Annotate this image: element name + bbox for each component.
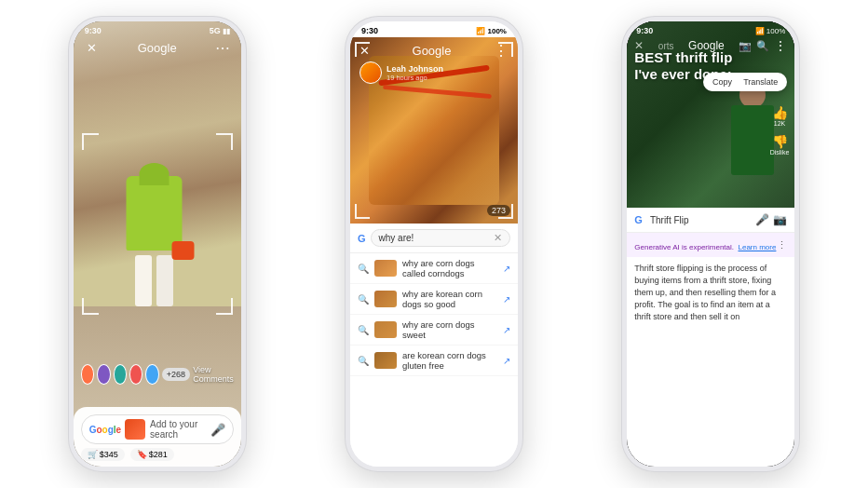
google-search-bar[interactable]: Google Add to your search 🎤 [81,414,234,444]
phone-3-status-bar: 9:30 📶 100% [627,26,794,35]
phone-3-content: 9:30 📶 100% ✕ orts Google 📷 🔍 [627,21,794,467]
phone-1-more-button[interactable]: ⋯ [213,38,232,57]
phone-1-time: 9:30 [85,26,102,35]
user-bar: Leah Johnson 19 hours ago [350,56,518,86]
add-search-text: Add to your search [150,419,210,440]
like-icon: 👍 [772,105,788,120]
dislike-icon: 👎 [772,134,788,149]
fashion-photo [74,21,241,306]
phone-1-network: 5G [210,26,221,35]
phone-1-battery: ▮▮ [223,27,230,35]
phone-3-battery: 100% [766,27,785,35]
phone-2: 9:30 📶 100% [345,16,523,472]
result-search-icon-4: 🔍 [358,356,369,366]
ai-results-panel: G Thrift Flip 🎤 📷 Generative AI is exper… [627,208,794,467]
phone-1-bottom-panel: Google Add to your search 🎤 🛒 $345 [74,407,241,467]
ketchup-2 [383,85,492,99]
avatar-1 [81,364,94,385]
copy-button[interactable]: Copy [709,75,736,88]
ai-camera-icon[interactable]: 📷 [773,213,787,226]
dislike-action[interactable]: 👎 Dislike [770,134,790,156]
generative-more-icon[interactable]: ⋮ [777,239,787,251]
scan-corner-tr [216,133,233,150]
result-arrow-1: ↗ [503,264,510,274]
phone-2-time: 9:30 [361,26,378,35]
phone-3-screen: 9:30 📶 100% ✕ orts Google 📷 🔍 [627,21,794,467]
price-row: 🛒 $345 🔖 $281 [81,448,234,461]
search-input-box[interactable]: why are! ✕ [371,229,510,247]
like-count: 12K [774,120,785,127]
translate-button[interactable]: Translate [739,75,781,88]
ai-mic-icon[interactable]: 🎤 [755,213,769,226]
tiktok-google-logo: Google [688,39,725,52]
view-comments-text[interactable]: View Comments [193,365,234,384]
search-query-text: why are! [379,233,494,243]
orange-bag [171,241,194,260]
hoodie-hood [139,163,169,185]
phone-1-status-right: 5G ▮▮ [210,26,230,35]
phone-1-close-button[interactable]: ✕ [83,38,102,57]
person-legs [135,255,173,306]
avatar-3 [114,364,127,385]
phone-1-content: 9:30 5G ▮▮ ✕ Google ⋯ [74,21,241,467]
result-search-icon-2: 🔍 [358,294,369,305]
main-scene: 9:30 5G ▮▮ ✕ Google ⋯ [0,0,868,488]
tiktok-close-btn[interactable]: ✕ [634,39,644,52]
phone-2-wifi-icon: 📶 [476,27,485,35]
result-arrow-4: ↗ [503,356,510,366]
phone-1-google-logo: Google [138,40,177,55]
camera-icon[interactable]: 📷 [739,40,752,52]
mic-icon[interactable]: 🎤 [210,423,225,437]
search-g-logo: G [358,233,366,244]
ai-result-text: Thrift store flipping is the process of … [627,257,794,329]
food-scan-bl [355,204,370,219]
avatar-2 [97,364,110,385]
phone-2-content: 9:30 📶 100% [350,21,518,467]
phone-3-wifi: 📶 [755,27,765,35]
result-item-1[interactable]: 🔍 why are corn dogs called corndogs ↗ [350,253,518,284]
search-clear-icon[interactable]: ✕ [494,232,502,244]
search-results-panel: G why are! ✕ 🔍 why are corn dogs called … [350,224,518,467]
tiktok-actions: 👍 12K 👎 Dislike [770,105,790,156]
result-arrow-3: ↗ [503,325,510,335]
tiktok-more-icon[interactable]: ⋮ [774,38,787,53]
tiktok-search-icon[interactable]: 🔍 [756,40,769,52]
copy-translate-popup: Copy Translate [703,73,787,91]
result-thumb-3 [374,321,397,338]
result-item-2[interactable]: 🔍 why are korean corn dogs so good ↗ [350,284,518,315]
shorts-label: orts [658,41,674,51]
ai-g-logo: G [634,214,643,225]
phone-2-status-bar: 9:30 📶 100% [350,21,518,37]
generative-text-area: Generative AI is experimental. Learn mor… [634,237,776,253]
ai-search-bar: G Thrift Flip 🎤 📷 [627,208,794,233]
result-text-3: why are corn dogs sweet [402,319,497,340]
ai-search-text: Thrift Flip [650,215,752,225]
result-search-icon-3: 🔍 [358,325,369,335]
result-text-4: are korean corn dogs gluten free [402,350,497,371]
price-tag-2[interactable]: 🔖 $281 [130,448,174,461]
price-tag-1[interactable]: 🛒 $345 [81,448,125,461]
result-text-1: why are corn dogs called corndogs [402,258,497,278]
fashion-person [121,176,186,306]
result-item-4[interactable]: 🔍 are korean corn dogs gluten free ↗ [350,346,518,376]
scan-corner-br [216,298,233,315]
generative-text: Generative AI is experimental. [634,243,734,251]
hoodie [126,176,182,251]
like-action[interactable]: 👍 12K [772,105,788,127]
phone-2-status-right: 📶 100% [476,26,507,35]
phone-3-status-right: 📶 100% [755,26,785,35]
price-icon-2: 🔖 [137,450,147,459]
result-text-2: why are korean corn dogs so good [402,289,497,309]
search-thumbnail [125,419,145,440]
tiktok-top-icons: 📷 🔍 ⋮ [739,38,787,53]
phone-3-time: 9:30 [636,26,653,35]
avatar-row: +268 View Comments [81,364,234,385]
person-gown [731,105,774,175]
phone-2-battery: 100% [488,27,507,35]
user-time: 19 hours ago [387,74,443,82]
result-thumb-1 [374,260,397,277]
result-item-3[interactable]: 🔍 why are corn dogs sweet ↗ [350,315,518,346]
learn-more-link[interactable]: Learn more [738,243,776,251]
more-count-badge: +268 [162,368,190,381]
phone-1-social-row: +268 View Comments [81,364,234,385]
